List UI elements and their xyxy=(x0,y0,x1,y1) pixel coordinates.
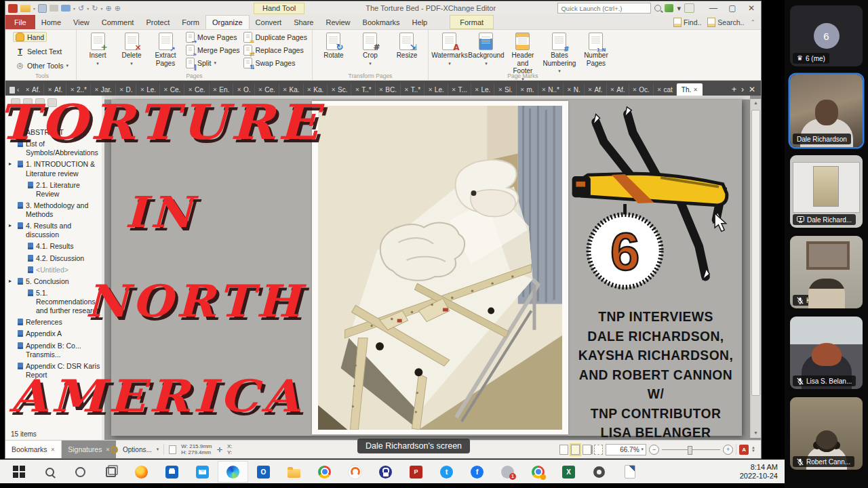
document-tab[interactable]: ✕ Sc. xyxy=(328,83,351,96)
close-tab-icon[interactable]: ✕ xyxy=(307,87,312,93)
participant-robert-cannon[interactable]: ♛ Robert Cann... xyxy=(790,397,863,470)
excel-icon[interactable] xyxy=(553,461,584,483)
close-panel-icon[interactable]: ✕ xyxy=(51,447,56,453)
close-icon[interactable]: ✕ xyxy=(742,2,761,14)
close-tab-icon[interactable]: ✕ xyxy=(498,87,502,93)
find-button[interactable]: Find.. xyxy=(673,18,701,27)
bookmark-item[interactable]: Appendix B: Co... Transmis... xyxy=(5,340,102,361)
bookmark-item[interactable]: <Untitled> xyxy=(5,264,102,276)
bookmark-item[interactable]: Appendix A xyxy=(5,328,102,340)
menu-item[interactable]: Share xyxy=(288,15,319,29)
close-tab-icon[interactable]: ✕ xyxy=(94,87,99,93)
document-tab[interactable]: ✕ T... xyxy=(448,83,471,96)
close-tab-icon[interactable]: ✕ xyxy=(47,87,52,93)
nav-back-icon[interactable]: ⊕ xyxy=(106,5,112,12)
swap-pages-button[interactable]: Swap Pages▾ xyxy=(243,58,307,68)
document-tab[interactable]: ✕ N..* xyxy=(538,83,564,96)
close-tab-icon[interactable]: ✕ xyxy=(610,87,615,93)
panel-tab-bookmarks[interactable]: Bookmarks✕ xyxy=(5,441,62,458)
close-all-tabs-icon[interactable]: ✕ xyxy=(749,85,755,94)
document-tab[interactable]: ✕ Af. xyxy=(585,83,607,96)
file-explorer-icon[interactable] xyxy=(279,461,309,483)
close-tab-icon[interactable]: ✕ xyxy=(542,87,547,93)
rotate-button[interactable]: Rotate▾ xyxy=(317,32,350,60)
delete-button[interactable]: Delete▾ xyxy=(115,32,148,67)
send-mail-icon[interactable] xyxy=(61,5,71,12)
minimize-icon[interactable]: — xyxy=(704,2,723,14)
scroll-tabs-right-icon[interactable]: › xyxy=(741,85,744,94)
password-lock-icon[interactable] xyxy=(370,461,401,483)
participant-dale-richardson[interactable]: ♛ Dale Richardson xyxy=(790,75,863,147)
hand-tool[interactable]: Hand▾ xyxy=(13,32,47,42)
menu-item[interactable]: Help xyxy=(406,15,434,29)
close-tab-icon[interactable]: ✕ xyxy=(119,87,124,93)
zoom-out-icon[interactable]: − xyxy=(649,445,659,455)
dropdown-caret-icon[interactable]: ▾ xyxy=(73,6,75,11)
close-tab-icon[interactable]: ✕ xyxy=(693,87,698,93)
libreoffice-icon[interactable] xyxy=(614,461,645,483)
scroll-tabs-left-icon[interactable]: ‹ xyxy=(17,86,19,94)
close-tab-icon[interactable]: ✕ xyxy=(237,87,241,93)
continuous-view-icon[interactable] xyxy=(594,445,603,455)
facebook-icon[interactable] xyxy=(462,461,492,483)
dropdown-caret-icon[interactable]: ▾ xyxy=(87,6,89,11)
single-page-view-icon[interactable] xyxy=(559,445,568,455)
close-tab-icon[interactable]: ✕ xyxy=(588,87,593,93)
menu-item[interactable]: Home xyxy=(35,15,67,29)
move-pages-button[interactable]: Move Pages▾ xyxy=(186,32,239,43)
document-tab[interactable]: ✕ BC. xyxy=(376,83,401,96)
scroll-down-icon[interactable]: ▼ xyxy=(751,430,761,435)
close-tab-icon[interactable]: ✕ xyxy=(475,87,479,93)
print-icon[interactable] xyxy=(50,5,58,12)
menu-item[interactable]: Review xyxy=(319,15,356,29)
chrome-badged-icon[interactable] xyxy=(523,461,553,483)
cortana-icon[interactable] xyxy=(65,461,96,483)
close-tab-icon[interactable]: ✕ xyxy=(70,87,75,93)
options-button[interactable]: Options... xyxy=(123,446,152,453)
resize-button[interactable]: Resize▾ xyxy=(391,32,423,60)
twitter-icon[interactable] xyxy=(431,461,462,483)
quick-launch-input[interactable] xyxy=(557,3,651,14)
firefox-icon[interactable] xyxy=(126,461,157,483)
bookmark-item[interactable]: 1. INTRODUCTION & Literature review xyxy=(5,159,102,179)
watermarks-button[interactable]: Watermarks▾ xyxy=(433,32,466,66)
replace-pages-button[interactable]: Replace Pages▾ xyxy=(243,45,307,56)
bates-numbering-button[interactable]: Bates Numbering▾ xyxy=(543,32,576,74)
participant-dale-screenshare[interactable]: ♛ Dale Richard... xyxy=(790,155,863,228)
document-tab[interactable]: ✕ Si. xyxy=(494,83,516,96)
bookmark-item[interactable]: 4. Results and discussion xyxy=(5,220,102,241)
participant-lisa-belanger[interactable]: ♛ Lisa S. Belan... xyxy=(790,317,863,389)
close-tab-icon[interactable]: ✕ xyxy=(633,87,637,93)
search-button[interactable]: Search.. xyxy=(707,18,744,27)
document-tab[interactable]: ✕ m. xyxy=(517,83,538,96)
dropdown-caret-icon[interactable]: ▾ xyxy=(33,6,35,11)
bookmark-item[interactable]: 3. Methodology and Methods xyxy=(5,200,102,220)
menu-item[interactable]: Comment xyxy=(96,15,140,29)
document-tab-active[interactable]: Th. ✕ xyxy=(677,83,703,96)
format-menu[interactable]: Format xyxy=(450,15,494,29)
snapshot-icon[interactable] xyxy=(684,3,694,13)
options-caret-icon[interactable]: ▾ xyxy=(157,447,159,452)
document-tab[interactable]: ✕ T..* xyxy=(401,83,425,96)
scrollbar-thumb[interactable] xyxy=(751,110,760,396)
adobe-reader-icon[interactable]: A xyxy=(739,445,749,455)
pdf-xchange-icon[interactable] xyxy=(401,461,431,483)
merge-pages-button[interactable]: Merge Pages▾ xyxy=(186,45,239,56)
two-page-view-icon[interactable] xyxy=(583,445,591,455)
save-icon[interactable] xyxy=(38,4,47,13)
close-tab-icon[interactable]: ✕ xyxy=(657,87,662,93)
number-pages-button[interactable]: Number Pages▾ xyxy=(580,32,612,67)
close-tab-icon[interactable]: ✕ xyxy=(404,87,409,93)
close-tab-icon[interactable]: ✕ xyxy=(163,87,168,93)
dropdown-caret-icon[interactable]: ▾ xyxy=(100,6,102,11)
notification-app-icon[interactable] xyxy=(492,461,523,483)
search-icon[interactable] xyxy=(35,461,65,483)
taskbar-clock[interactable]: 8:14 AM 2022-10-24 xyxy=(740,463,789,481)
close-tab-icon[interactable]: ✕ xyxy=(355,87,359,93)
close-tab-icon[interactable]: ✕ xyxy=(428,87,433,93)
extract-pages-button[interactable]: Extract Pages▾ xyxy=(149,32,182,67)
outlook-icon[interactable] xyxy=(248,461,279,483)
close-tab-icon[interactable]: ✕ xyxy=(213,87,218,93)
close-tab-icon[interactable]: ✕ xyxy=(379,87,384,93)
vertical-scrollbar[interactable]: ▲ ▼ xyxy=(750,99,761,438)
